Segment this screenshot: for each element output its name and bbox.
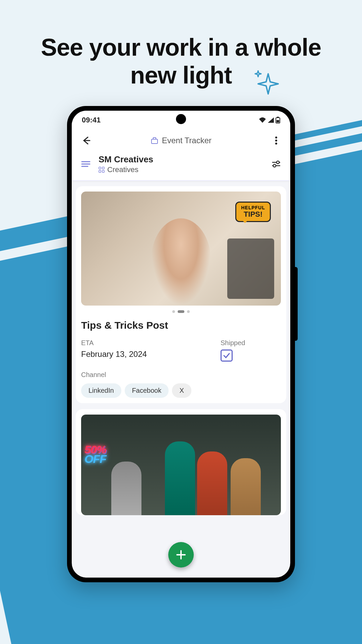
add-fab[interactable] — [168, 542, 194, 568]
vertical-dots-icon — [275, 137, 277, 145]
headline-text: See your work in a whole new light — [20, 34, 342, 89]
camera-notch — [176, 114, 186, 124]
card-image[interactable]: HELPFUL TIPS! — [81, 192, 281, 306]
appbar: Event Tracker — [72, 129, 290, 152]
carousel-dots[interactable] — [81, 310, 281, 313]
dot[interactable] — [187, 310, 190, 313]
svg-point-17 — [273, 164, 276, 167]
app-screen: 09:41 Event Tracker — [72, 111, 290, 578]
channel-chips: LinkedIn Facebook X — [81, 383, 281, 398]
svg-point-4 — [275, 137, 277, 139]
card-title: Tips & Tricks Post — [81, 320, 281, 331]
signal-icon — [267, 117, 274, 123]
dot[interactable] — [172, 310, 175, 313]
status-icons — [259, 117, 280, 123]
shipped-checkbox[interactable] — [221, 350, 233, 362]
svg-rect-10 — [99, 167, 101, 169]
subheader: SM Creatives Creatives — [72, 152, 290, 181]
board-subtitle-row: Creatives — [99, 165, 263, 174]
eta-label: ETA — [81, 339, 207, 347]
statusbar-time: 09:41 — [82, 116, 101, 124]
svg-rect-3 — [152, 139, 158, 144]
card-image[interactable]: 50% OFF — [81, 415, 281, 515]
svg-rect-1 — [277, 120, 279, 122]
neon-sale-badge: 50% OFF — [84, 445, 106, 464]
badge-big-text: TIPS! — [241, 210, 265, 218]
back-button[interactable] — [78, 133, 93, 148]
filter-button[interactable] — [269, 157, 284, 171]
sparkle-icon — [251, 67, 285, 101]
briefcase-icon — [150, 137, 159, 145]
grid-icon — [99, 167, 105, 173]
chip-x[interactable]: X — [172, 383, 191, 398]
content-scroll[interactable]: HELPFUL TIPS! Tips & Tricks Post ETA Feb… — [72, 181, 290, 521]
chip-facebook[interactable]: Facebook — [125, 383, 169, 398]
svg-point-15 — [277, 161, 279, 164]
check-icon — [223, 352, 231, 360]
tips-badge: HELPFUL TIPS! — [235, 202, 271, 222]
battery-icon — [276, 117, 280, 123]
card-sale[interactable]: 50% OFF — [76, 409, 286, 515]
sliders-icon — [272, 160, 281, 168]
svg-rect-11 — [102, 167, 104, 169]
channel-label: Channel — [81, 371, 281, 379]
wifi-icon — [259, 117, 266, 123]
card-tips-tricks[interactable]: HELPFUL TIPS! Tips & Tricks Post ETA Feb… — [76, 186, 286, 403]
phone-frame: 09:41 Event Tracker — [67, 106, 295, 582]
svg-rect-13 — [102, 170, 104, 172]
marketing-headline: See your work in a whole new light — [0, 34, 362, 89]
svg-point-6 — [275, 143, 277, 145]
svg-point-5 — [275, 140, 277, 142]
board-subtitle: Creatives — [107, 165, 138, 174]
chip-linkedin[interactable]: LinkedIn — [81, 383, 121, 398]
hamburger-icon — [81, 161, 90, 167]
svg-rect-12 — [99, 170, 101, 172]
shipped-label: Shipped — [221, 339, 281, 347]
board-title: SM Creatives — [99, 154, 263, 165]
overflow-menu-button[interactable] — [269, 133, 284, 148]
eta-value: February 13, 2024 — [81, 350, 207, 359]
plus-icon — [175, 549, 187, 561]
neon-off: OFF — [84, 454, 106, 464]
dot-active[interactable] — [178, 310, 184, 313]
statusbar: 09:41 — [72, 111, 290, 129]
hamburger-button[interactable] — [78, 157, 93, 171]
svg-rect-2 — [277, 117, 279, 118]
appbar-title: Event Tracker — [162, 136, 212, 145]
badge-small-text: HELPFUL — [241, 205, 265, 210]
back-arrow-icon — [81, 136, 90, 145]
